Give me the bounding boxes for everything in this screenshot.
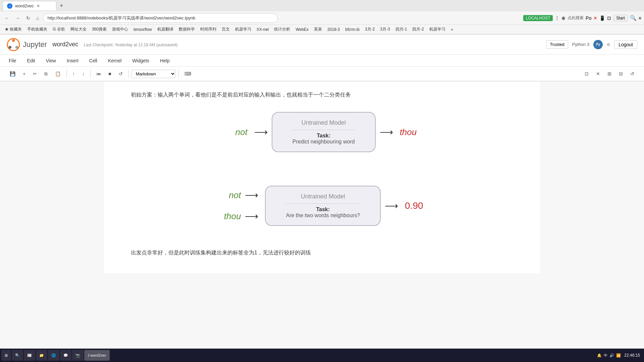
taskbar-volume[interactable]: 🔊 — [609, 353, 614, 358]
bookmark-bfcrm[interactable]: bfcrm.ib — [343, 26, 362, 33]
nav-icon-1[interactable]: ⋮ — [555, 15, 559, 21]
taskbar-app2-btn[interactable]: 📷 — [72, 350, 84, 361]
taskbar-app1-btn[interactable]: 💬 — [60, 350, 71, 361]
bookmark-ts[interactable]: 时间序列 — [198, 26, 218, 33]
copy-button[interactable]: ⧉ — [41, 69, 51, 78]
move-down-button[interactable]: ↓ — [79, 69, 88, 78]
taskbar-news-btn[interactable]: 📰 — [24, 350, 35, 361]
move-up-button[interactable]: ↑ — [69, 69, 78, 78]
model-box-divider-2 — [286, 203, 360, 204]
paste-button[interactable]: 📋 — [52, 69, 64, 78]
bookmark-ml[interactable]: 机器学习 — [233, 26, 253, 33]
run-prev-button[interactable]: ⏮ — [93, 69, 104, 78]
taskbar-network[interactable]: 📶 — [616, 353, 621, 358]
new-tab-button[interactable]: + — [58, 2, 65, 9]
svg-point-3 — [12, 39, 15, 42]
notebook-name[interactable]: word2vec — [52, 41, 78, 48]
bookmark-nav[interactable]: 网址大全 — [68, 26, 89, 33]
refresh-button[interactable]: ↻ — [24, 14, 32, 22]
menu-kernel[interactable]: Kernel — [106, 57, 123, 65]
ext-icon[interactable]: ⊡ — [607, 15, 611, 21]
taskbar-file-btn[interactable]: 📁 — [36, 350, 47, 361]
bookmark-baike[interactable]: 百文 — [220, 26, 232, 33]
bookmark-mt[interactable]: 机器翻译 — [155, 26, 175, 33]
nav-icon-2[interactable]: ⊕ — [561, 15, 566, 21]
toolbar-icon-1[interactable]: ⊡ — [582, 69, 592, 78]
taskbar-notification[interactable]: 🔔 — [597, 353, 602, 358]
bookmark-stat[interactable]: 统计分析 — [272, 26, 292, 33]
intro-text: 初始方案：输入两个单词，看他们是不是前后对应的输入和输出，也就相当于一个二分类任… — [131, 92, 513, 99]
jupyter-logo-icon — [7, 38, 20, 51]
bookmark-mobile[interactable]: 手机收藏夹 — [25, 26, 49, 33]
address-bar[interactable]: http://localhost:8888/notebooks/机器学习实战串讲… — [43, 13, 278, 23]
bookmark-ds[interactable]: 数据科学 — [177, 26, 197, 33]
toolbar-sep-4 — [178, 70, 179, 78]
trusted-button[interactable]: Trusted — [546, 40, 568, 49]
diagram2-output: 0.90 — [405, 200, 423, 211]
windows-taskbar: ⊞ 🔍 📰 📁 🌐 💬 📷 J word2vec 🔔 中 🔊 📶 22:46:1… — [0, 349, 644, 362]
menu-file[interactable]: File — [7, 57, 18, 65]
bookmark-webex[interactable]: WebEx — [293, 26, 310, 33]
menu-help[interactable]: Help — [158, 57, 172, 65]
toolbar-icon-3[interactable]: ⊞ — [604, 69, 614, 78]
bookmark-game[interactable]: 游戏中心 — [110, 26, 130, 33]
toolbar-icon-5[interactable]: ↺ — [627, 69, 637, 78]
bookmark-mar2[interactable]: 3月-2 — [363, 26, 377, 33]
restart-button[interactable]: ↺ — [116, 69, 126, 78]
bookmark-more[interactable]: » — [449, 26, 455, 33]
diagram1-output: thou — [400, 127, 417, 137]
kernel-name: Python 3 — [572, 42, 589, 47]
toolbar-icon-2[interactable]: ✕ — [593, 69, 603, 78]
menu-view[interactable]: View — [44, 57, 58, 65]
jupyter-logo: Jupyter — [7, 38, 47, 51]
toolbar-icon-4[interactable]: ⊟ — [616, 69, 626, 78]
arrow-2: ⟶ — [380, 127, 393, 138]
search-label: 点此搜索 — [568, 15, 584, 21]
bookmark-ml2[interactable]: 机器学习 — [427, 26, 447, 33]
bookmark-google[interactable]: G 谷歌 — [51, 26, 67, 33]
menu-widgets[interactable]: Widgets — [130, 57, 151, 65]
add-cell-button[interactable]: + — [20, 69, 29, 78]
conclusion-text: 出发点非常好，但是此时训练集构建出来的标签全为1，无法进行较好的训练 — [131, 243, 513, 263]
taskbar-search-btn[interactable]: 🔍 — [12, 350, 23, 361]
keyboard-shortcut-button[interactable]: ⌨ — [181, 69, 194, 78]
taskbar-start-btn[interactable]: ⊞ — [1, 350, 11, 361]
taskbar-lang[interactable]: 中 — [604, 353, 607, 358]
mobile-icon[interactable]: 📱 — [599, 15, 605, 21]
bookmark-360[interactable]: 360搜索 — [90, 26, 109, 33]
cut-button[interactable]: ✂ — [30, 69, 40, 78]
home-button[interactable]: ⌂ — [34, 14, 41, 22]
cell-type-select[interactable]: Markdown Code Raw NBConvert Heading — [131, 70, 176, 78]
diagram2-input-row-2: thou ⟶ — [221, 211, 262, 222]
bookmark-xx[interactable]: XX-net — [255, 26, 271, 33]
secure-badge: LOCALHOST — [523, 15, 553, 21]
bookmark-favorites[interactable]: ★ 收藏夹 — [3, 26, 24, 33]
browser-chrome: J word2vec ✕ + ← → ↻ ⌂ http://localhost:… — [0, 0, 644, 35]
bookmark-apr2[interactable]: 四月-2 — [410, 26, 426, 33]
diagram1-model-title: Untrained Model — [292, 119, 355, 126]
bookmark-tf[interactable]: tensorflow — [131, 26, 154, 33]
menu-cell[interactable]: Cell — [87, 57, 99, 65]
bookmark-mar3[interactable]: 3月-3 — [378, 26, 392, 33]
interrupt-button[interactable]: ■ — [105, 69, 114, 78]
bookmark-2018[interactable]: 2018-3 — [325, 26, 342, 33]
menu-edit[interactable]: Edit — [25, 57, 37, 65]
menu-icon[interactable]: ≡ — [639, 15, 641, 21]
taskbar-jupyter-btn[interactable]: J word2vec — [84, 350, 110, 361]
bookmark-apr1[interactable]: 四月-1 — [393, 26, 409, 33]
close-icon[interactable]: ✕ — [593, 15, 597, 21]
start-button[interactable]: Start — [613, 15, 628, 21]
save-button[interactable]: 💾 — [7, 69, 18, 78]
tab-close-btn[interactable]: ✕ — [37, 4, 40, 8]
menu-insert[interactable]: Insert — [65, 57, 80, 65]
taskbar-chrome-btn[interactable]: 🌐 — [48, 350, 59, 361]
logout-button[interactable]: Logout — [614, 40, 637, 49]
search-icon[interactable]: 🔍 — [630, 15, 637, 21]
menu-bar: File Edit View Insert Cell Kernel Widget… — [0, 55, 644, 67]
forward-button[interactable]: → — [13, 14, 22, 22]
arrow-5: ⟶ — [385, 200, 398, 212]
bookmark-yq[interactable]: 英泉 — [312, 26, 324, 33]
active-tab[interactable]: J word2vec ✕ — [3, 1, 56, 10]
nav-icon-3[interactable]: Po — [586, 15, 591, 21]
back-button[interactable]: ← — [3, 14, 11, 22]
